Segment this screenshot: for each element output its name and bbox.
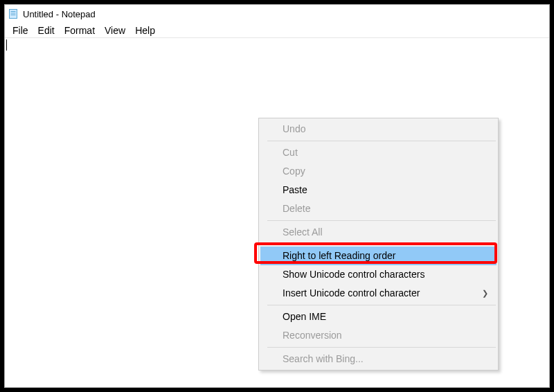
context-menu-separator (267, 305, 496, 305)
titlebar[interactable]: Untitled - Notepad (5, 5, 549, 23)
context-menu-item-reconversion: Reconversion (260, 326, 497, 345)
menu-view[interactable]: View (100, 24, 130, 37)
notepad-icon (8, 8, 19, 19)
context-menu-item-cut: Cut (260, 143, 497, 162)
context-menu-item-search-with-bing: Search with Bing... (260, 350, 497, 368)
context-menu-item-show-unicode-control-characters[interactable]: Show Unicode control characters (260, 265, 497, 284)
context-menu-item-select-all: Select All (260, 223, 497, 242)
submenu-arrow-icon: ❯ (482, 284, 488, 303)
context-menu-separator (267, 347, 496, 348)
context-menu-item-open-ime[interactable]: Open IME (260, 308, 497, 326)
context-menu-item-delete: Delete (260, 199, 497, 218)
menu-edit[interactable]: Edit (33, 24, 60, 37)
context-menu-item-right-to-left-reading-order[interactable]: Right to left Reading order (260, 247, 497, 265)
context-menu-separator (267, 220, 496, 221)
context-menu-item-copy: Copy (260, 162, 497, 181)
context-menu-item-paste[interactable]: Paste (260, 181, 497, 199)
text-caret (6, 39, 7, 51)
menu-file[interactable]: File (8, 24, 33, 37)
menubar: File Edit Format View Help (5, 23, 549, 38)
svg-rect-0 (10, 10, 17, 19)
window-title: Untitled - Notepad (23, 9, 96, 19)
context-menu-item-undo: Undo (260, 120, 497, 139)
context-menu-item-insert-unicode-control-character[interactable]: Insert Unicode control character❯ (260, 284, 497, 303)
menu-help[interactable]: Help (130, 24, 160, 37)
context-menu-separator (267, 141, 496, 141)
context-menu: UndoCutCopyPasteDeleteSelect AllRight to… (258, 118, 499, 371)
context-menu-separator (267, 244, 496, 244)
menu-format[interactable]: Format (60, 24, 100, 37)
